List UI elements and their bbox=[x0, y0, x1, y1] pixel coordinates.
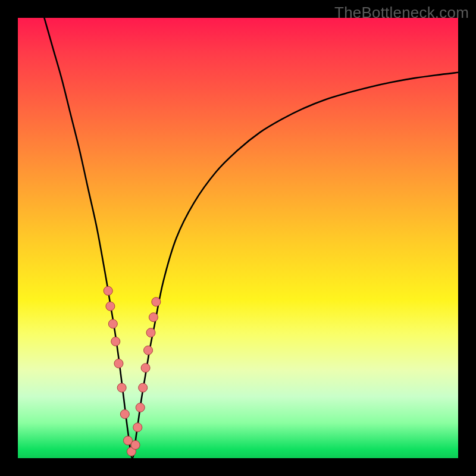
marker-point bbox=[104, 286, 112, 295]
marker-point bbox=[108, 320, 117, 328]
marker-point bbox=[152, 298, 161, 306]
marker-point bbox=[114, 359, 123, 368]
marker-point bbox=[131, 440, 140, 449]
marker-point bbox=[139, 383, 148, 392]
marker-point bbox=[106, 302, 115, 311]
marker-point bbox=[120, 410, 129, 419]
marker-point bbox=[133, 423, 142, 432]
bottleneck-chart bbox=[18, 18, 458, 458]
marker-point bbox=[144, 346, 153, 355]
marker-point bbox=[141, 364, 150, 372]
marker-point bbox=[149, 313, 158, 322]
marker-point bbox=[136, 403, 145, 412]
marker-point bbox=[111, 337, 120, 346]
marker-point bbox=[146, 328, 155, 337]
bottleneck-curve bbox=[44, 18, 458, 458]
watermark-text: TheBottleneck.com bbox=[334, 4, 469, 22]
marker-point bbox=[117, 383, 126, 392]
plot-frame bbox=[18, 18, 458, 458]
